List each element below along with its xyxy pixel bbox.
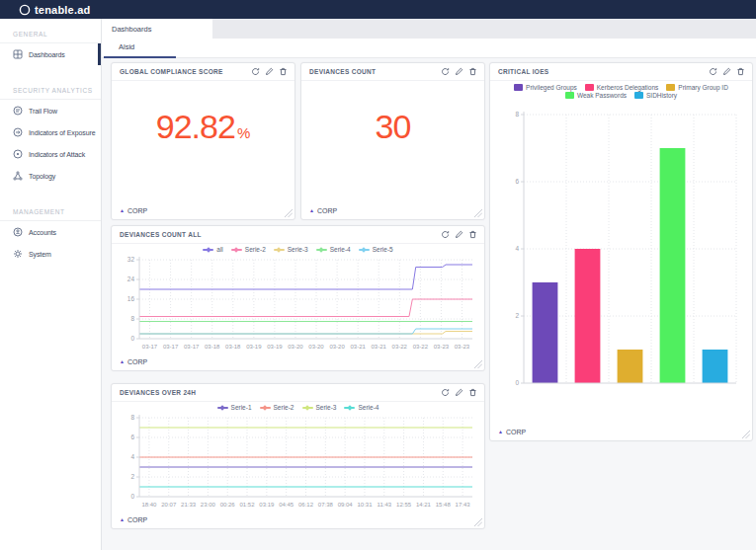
card-footer-corp[interactable]: ▲ CORP xyxy=(498,429,526,435)
section-label-security-analytics: SECURITY ANALYTICS xyxy=(0,83,101,100)
tab-dashboards[interactable]: Dashboards xyxy=(102,19,212,39)
resize-handle-icon[interactable] xyxy=(474,360,482,368)
y-tick-label: 4 xyxy=(515,245,519,252)
deviances-count-all-line-chart: 0816243203-1703-1703-1703-1803-1803-1903… xyxy=(114,256,480,354)
legend-item[interactable]: Serie-4 xyxy=(316,246,351,253)
sidebar-item-system[interactable]: System xyxy=(0,243,101,265)
legend-item[interactable]: Serie-3 xyxy=(274,246,308,253)
x-tick-label: 03-18 xyxy=(205,344,220,350)
legend-marker xyxy=(260,407,271,409)
legend-label: Serie-2 xyxy=(245,246,266,253)
indicators-of-exposure-icon xyxy=(13,127,23,137)
card-title: CRITICAL IOES xyxy=(498,68,548,75)
resize-handle-icon[interactable] xyxy=(474,209,482,217)
x-tick-label: 14:21 xyxy=(416,502,432,508)
footer-label: CORP xyxy=(127,358,147,365)
x-tick-label: 03-17 xyxy=(142,344,158,350)
y-tick-label: 8 xyxy=(515,111,519,118)
x-tick-label: 17:43 xyxy=(456,502,471,508)
x-tick-label: 03-19 xyxy=(267,344,283,350)
collapse-triangle-icon: ▲ xyxy=(498,430,503,434)
legend-label: Serie-2 xyxy=(274,404,294,411)
card-critical-ioes: CRITICAL IOES Privileged GroupsKerberos … xyxy=(489,62,753,441)
edit-icon[interactable] xyxy=(265,67,274,76)
edit-icon[interactable] xyxy=(455,230,463,239)
subtab-alsid[interactable]: Alsid xyxy=(104,39,176,58)
x-tick-label: 03-20 xyxy=(308,344,324,350)
x-tick-label: 03-19 xyxy=(246,344,262,350)
legend-marker xyxy=(359,249,370,251)
topology-icon xyxy=(13,171,23,181)
x-tick-label: 07:38 xyxy=(318,502,334,508)
sidebar-item-label: Dashboards xyxy=(29,51,65,58)
refresh-icon[interactable] xyxy=(251,67,260,76)
subtab-bar: Alsid xyxy=(102,39,756,58)
legend-label: Serie-3 xyxy=(316,404,337,411)
y-tick-label: 8 xyxy=(130,315,134,322)
legend-label: Serie-5 xyxy=(373,246,393,253)
card-footer-corp[interactable]: ▲ CORP xyxy=(309,207,337,214)
resize-handle-icon[interactable] xyxy=(474,518,482,526)
legend-marker xyxy=(344,407,355,409)
card-footer-corp[interactable]: ▲ CORP xyxy=(120,207,147,214)
x-tick-label: 03-20 xyxy=(288,344,303,350)
legend-swatch xyxy=(585,84,594,91)
percent-unit: % xyxy=(237,124,250,141)
sidebar-section-management: MANAGEMENT Accounts System xyxy=(0,204,101,265)
delete-icon[interactable] xyxy=(468,388,477,397)
sidebar-item-label: Accounts xyxy=(29,229,56,236)
sidebar-item-accounts[interactable]: Accounts xyxy=(0,221,101,243)
legend-item[interactable]: Serie-2 xyxy=(231,246,266,253)
y-tick-label: 0 xyxy=(515,379,519,386)
refresh-icon[interactable] xyxy=(441,230,450,239)
legend-item[interactable]: Serie-2 xyxy=(260,404,294,411)
collapse-triangle-icon: ▲ xyxy=(120,208,125,213)
sidebar-item-indicators-of-exposure[interactable]: Indicators of Exposure xyxy=(0,121,101,143)
delete-icon[interactable] xyxy=(468,230,477,239)
sidebar-item-trail-flow[interactable]: Trail Flow xyxy=(0,100,101,121)
sidebar-item-indicators-of-attack[interactable]: Indicators of Attack xyxy=(0,143,101,165)
sidebar-item-topology[interactable]: Topology xyxy=(0,165,101,187)
refresh-icon[interactable] xyxy=(441,388,450,397)
card-footer-corp[interactable]: ▲ CORP xyxy=(120,358,147,365)
card-footer-corp[interactable]: ▲ CORP xyxy=(120,516,147,523)
edit-icon[interactable] xyxy=(455,67,463,76)
card-actions xyxy=(441,230,477,239)
y-tick-label: 2 xyxy=(515,312,519,319)
legend-item[interactable]: Serie-5 xyxy=(359,246,393,253)
tenable-logo[interactable]: tenable.ad xyxy=(19,4,90,16)
legend-item[interactable]: Serie-4 xyxy=(344,404,378,411)
legend-label: SIDHistory xyxy=(646,92,677,99)
sidebar-section-security-analytics: SECURITY ANALYTICS Trail Flow Indicators… xyxy=(0,83,101,187)
delete-icon[interactable] xyxy=(736,67,745,76)
legend-item[interactable]: all xyxy=(203,246,223,253)
legend-label: Kerberos Delegations xyxy=(597,84,659,91)
legend-item[interactable]: Privileged Groups xyxy=(514,84,577,91)
resize-handle-icon[interactable] xyxy=(742,431,750,438)
legend-swatch xyxy=(565,92,574,99)
refresh-icon[interactable] xyxy=(441,67,450,76)
legend-item[interactable]: Weak Passwords xyxy=(565,92,627,99)
x-tick-label: 03-23 xyxy=(455,344,470,350)
refresh-icon[interactable] xyxy=(709,67,717,76)
legend-item[interactable]: SIDHistory xyxy=(634,92,677,99)
x-tick-label: 03-23 xyxy=(434,344,450,350)
delete-icon[interactable] xyxy=(279,67,288,76)
edit-icon[interactable] xyxy=(722,67,731,76)
legend-item[interactable]: Serie-1 xyxy=(217,404,252,411)
series-Serie-5 xyxy=(139,329,472,334)
line-chart-legend: Serie-1Serie-2Serie-3Serie-4 xyxy=(112,404,484,411)
resize-handle-icon[interactable] xyxy=(285,209,293,217)
y-tick-label: 24 xyxy=(127,275,135,282)
legend-item[interactable]: Serie-3 xyxy=(302,404,337,411)
x-tick-label: 03-21 xyxy=(350,344,366,350)
card-global-compliance-score: GLOBAL COMPLIANCE SCORE 92.82% ▲ CORP xyxy=(111,62,295,220)
legend-item[interactable]: Kerberos Delegations xyxy=(585,84,659,91)
legend-marker xyxy=(217,407,228,409)
x-tick-label: 03-22 xyxy=(392,344,408,350)
legend-item[interactable]: Primary Group ID xyxy=(666,84,728,91)
delete-icon[interactable] xyxy=(468,67,477,76)
card-deviances-count-all: DEVIANCES COUNT ALL allSerie-2Serie-3Ser… xyxy=(111,225,485,371)
sidebar-item-dashboards[interactable]: Dashboards xyxy=(0,43,101,65)
edit-icon[interactable] xyxy=(455,388,463,397)
